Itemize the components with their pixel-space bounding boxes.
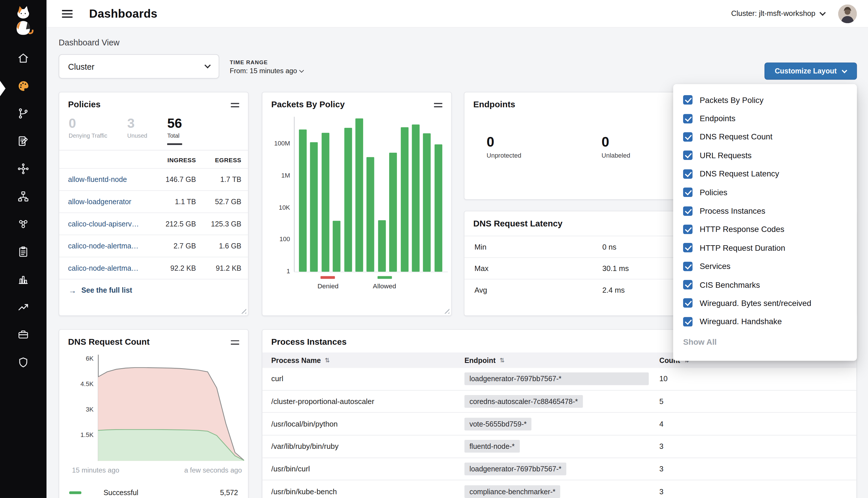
avatar[interactable] xyxy=(838,4,857,23)
legend-label: Successful xyxy=(104,488,138,497)
time-range-label: TIME RANGE xyxy=(230,59,303,65)
menu-item-dns-request-latency[interactable]: DNS Request Latency xyxy=(673,165,857,183)
policy-table-row: calico-node-alertmana…2.7 GB1.6 GB xyxy=(59,235,248,257)
policy-link[interactable]: allow-loadgenerator xyxy=(68,198,143,206)
policy-link[interactable]: calico-node-alertmana… xyxy=(68,242,143,250)
sidebar-item-security[interactable] xyxy=(0,349,47,376)
policies-stat-unused[interactable]: 3Unused xyxy=(127,116,147,145)
checkbox-checked-icon[interactable] xyxy=(683,95,693,105)
policy-ingress-value: 146.7 GB xyxy=(143,175,196,184)
packets-legend: DeniedAllowed xyxy=(262,276,451,290)
drag-handle-icon[interactable] xyxy=(231,103,239,107)
checkbox-checked-icon[interactable] xyxy=(683,261,693,271)
column-header-egress[interactable]: EGRESS xyxy=(196,157,241,163)
time-range[interactable]: TIME RANGE From: 15 minutes ago xyxy=(230,59,303,75)
checkbox-checked-icon[interactable] xyxy=(683,225,693,234)
cluster-selector[interactable]: Cluster: jlt-msft-workshop xyxy=(731,10,825,18)
packets-bar xyxy=(299,130,307,272)
endpoints-stat-unlabeled: 0Unlabeled xyxy=(601,134,630,159)
policies-stats: 0Denying Traffic3Unused56Total xyxy=(59,109,248,145)
app-root: Dashboards Cluster: jlt-msft-workshop xyxy=(0,0,868,498)
calico-logo[interactable] xyxy=(11,4,35,38)
policy-link[interactable]: calico-node-alertmana… xyxy=(68,264,143,272)
policy-ingress-value: 212.5 GB xyxy=(143,220,196,228)
menu-item-label: HTTP Response Codes xyxy=(700,225,784,234)
checkbox-checked-icon[interactable] xyxy=(683,280,693,289)
y-axis-tick: 100 xyxy=(265,236,290,243)
menu-item-wireguard-handshake[interactable]: Wireguard. Handshake xyxy=(673,312,857,331)
chevron-down-icon xyxy=(819,9,826,16)
menu-item-label: CIS Benchmarks xyxy=(700,280,760,289)
policy-link[interactable]: calico-cloud-apiserver-… xyxy=(68,220,143,228)
sidebar-item-clusters[interactable] xyxy=(0,210,47,238)
checkbox-checked-icon[interactable] xyxy=(683,151,693,160)
endpoint-chip: coredns-autoscaler-7c88465478-* xyxy=(464,395,583,408)
checkbox-checked-icon[interactable] xyxy=(683,206,693,216)
latency-label: Min xyxy=(475,243,603,251)
process-count: 10 xyxy=(659,375,848,383)
see-full-list-link[interactable]: → See the full list xyxy=(59,279,248,301)
drag-handle-icon[interactable] xyxy=(434,103,442,107)
process-table-body: curlloadgenerator-7697bb7567-*10/cluster… xyxy=(262,368,856,498)
dashboard-view-select[interactable]: Cluster xyxy=(59,54,219,78)
checkbox-checked-icon[interactable] xyxy=(683,317,693,327)
column-header-endpoint[interactable]: Endpoint ⇅ xyxy=(464,356,659,364)
checkbox-checked-icon[interactable] xyxy=(683,299,693,308)
sidebar-item-flows[interactable] xyxy=(0,100,47,127)
resize-handle[interactable] xyxy=(240,308,246,314)
policies-stat-total[interactable]: 56Total xyxy=(167,116,182,145)
drag-handle-icon[interactable] xyxy=(231,340,239,345)
sidebar-item-trends[interactable] xyxy=(0,293,47,321)
menu-item-packets-by-policy[interactable]: Packets By Policy xyxy=(673,91,857,109)
checkbox-checked-icon[interactable] xyxy=(683,132,693,142)
sidebar-item-home[interactable] xyxy=(0,44,47,72)
process-count: 3 xyxy=(659,465,848,473)
menu-item-http-request-duration[interactable]: HTTP Request Duration xyxy=(673,239,857,257)
sidebar-item-policies[interactable] xyxy=(0,127,47,155)
menu-item-url-requests[interactable]: URL Requests xyxy=(673,146,857,165)
sidebar-item-activity[interactable] xyxy=(0,265,47,293)
process-count: 5 xyxy=(659,397,848,406)
latency-value: 2.4 ms xyxy=(603,286,625,294)
stat-label: Total xyxy=(167,132,182,139)
dns-legend: Successful5,572 xyxy=(69,488,238,497)
menu-item-endpoints[interactable]: Endpoints xyxy=(673,109,857,128)
column-header-ingress[interactable]: INGRESS xyxy=(143,157,196,163)
legend-label: Allowed xyxy=(373,282,396,290)
y-axis-tick: 4.5K xyxy=(63,381,93,387)
chevron-down-icon xyxy=(205,62,211,68)
menu-item-wireguard-bytes-sent-received[interactable]: Wireguard. Bytes sent/received xyxy=(673,294,857,313)
checkbox-checked-icon[interactable] xyxy=(683,114,693,123)
policy-link[interactable]: allow-fluentd-node xyxy=(68,175,143,184)
show-all-button[interactable]: Show All xyxy=(673,331,857,353)
process-table-row: /var/lib/ruby/bin/rubyfluentd-node-*3 xyxy=(262,435,856,458)
chevron-down-icon xyxy=(842,68,847,73)
checkbox-checked-icon[interactable] xyxy=(683,243,693,253)
menu-item-services[interactable]: Services xyxy=(673,257,857,276)
menu-item-http-response-codes[interactable]: HTTP Response Codes xyxy=(673,220,857,239)
sidebar-item-network-sets[interactable] xyxy=(0,183,47,210)
resize-handle[interactable] xyxy=(443,308,450,314)
sidebar-item-dashboards[interactable] xyxy=(0,72,47,100)
menu-toggle-icon[interactable] xyxy=(62,10,72,17)
sidebar-item-compliance[interactable] xyxy=(0,238,47,266)
policy-ingress-value: 1.1 TB xyxy=(143,198,196,206)
menu-item-dns-request-count[interactable]: DNS Request Count xyxy=(673,128,857,146)
menu-item-process-instances[interactable]: Process Instances xyxy=(673,201,857,220)
menu-item-policies[interactable]: Policies xyxy=(673,183,857,201)
packets-bar xyxy=(344,128,352,272)
checkbox-checked-icon[interactable] xyxy=(683,169,693,179)
checkbox-checked-icon[interactable] xyxy=(683,188,693,197)
column-header-process-name[interactable]: Process Name ⇅ xyxy=(271,356,464,364)
customize-layout-button[interactable]: Customize Layout xyxy=(764,63,857,80)
menu-item-cis-benchmarks[interactable]: CIS Benchmarks xyxy=(673,276,857,294)
legend-swatch xyxy=(377,276,392,279)
policies-stat-denying-traffic[interactable]: 0Denying Traffic xyxy=(68,116,107,145)
menu-item-label: DNS Request Latency xyxy=(700,169,779,179)
sidebar-item-service-graph[interactable] xyxy=(0,155,47,183)
y-axis-tick: 1 xyxy=(265,268,290,274)
policies-card: Policies 0Denying Traffic3Unused56Total … xyxy=(59,92,248,316)
endpoints-stat-unprotected: 0Unprotected xyxy=(487,134,521,159)
storage-icon xyxy=(17,329,29,341)
sidebar-item-storage[interactable] xyxy=(0,321,47,349)
